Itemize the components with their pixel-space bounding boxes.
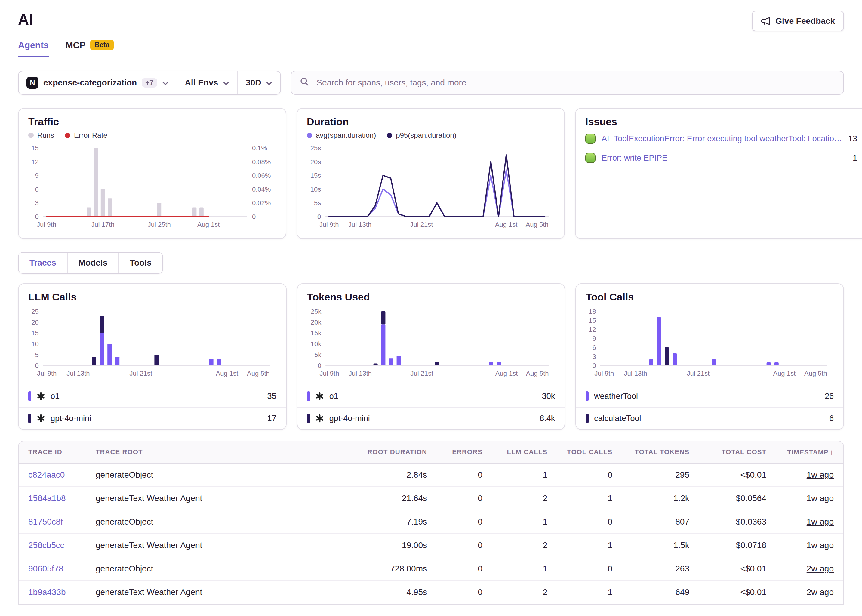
subtab-traces[interactable]: Traces [19, 253, 67, 273]
legend-item-error-rate[interactable]: Error Rate [65, 131, 107, 140]
svg-text:25: 25 [31, 308, 39, 315]
table-row[interactable]: 81750c8f generateObject 7.19s 0 1 0 807 … [19, 510, 843, 534]
trace-id-link[interactable]: 1584a1b8 [28, 493, 66, 503]
timestamp[interactable]: 1w ago [807, 470, 834, 479]
llm-calls: 2 [492, 580, 557, 604]
trace-id-link[interactable]: 1b9a433b [28, 588, 66, 597]
list-item[interactable]: gpt-4o-mini 8.4k [297, 407, 565, 429]
llm-calls-card: LLM Calls 0510152025Jul 9thJul 13thJul 2… [18, 283, 287, 430]
timestamp[interactable]: 2w ago [807, 588, 834, 597]
list-item[interactable]: o1 30k [297, 385, 565, 407]
topbar: AI Give Feedback [18, 0, 844, 31]
legend-item-runs[interactable]: Runs [28, 131, 54, 140]
col-trace-root[interactable]: TRACE ROOT [86, 441, 347, 463]
card-title: Duration [307, 116, 554, 127]
traffic-chart[interactable]: 0369121500.02%0.04%0.06%0.08%0.1%Jul 9th… [28, 143, 276, 231]
duration-chart[interactable]: 05s10s15s20s25sJul 9thJul 13thJul 21stAu… [307, 143, 554, 231]
col-total-cost[interactable]: TOTAL COST [699, 441, 776, 463]
svg-text:Aug 1st: Aug 1st [773, 370, 796, 377]
table-row[interactable]: 258cb5cc generateText Weather Agent 19.0… [19, 534, 843, 557]
svg-text:3: 3 [592, 353, 596, 360]
issue-row[interactable]: Error: write EPIPE 1 [585, 153, 857, 163]
timestamp[interactable]: 2w ago [807, 564, 834, 573]
environment-selector[interactable]: All Envs [177, 71, 237, 94]
total-tokens: 1.2k [622, 487, 699, 510]
list-item[interactable]: weatherTool 26 [576, 385, 843, 407]
tool-calls: 0 [557, 510, 622, 534]
search-icon [300, 77, 309, 89]
col-root-duration[interactable]: ROOT DURATION [347, 441, 437, 463]
svg-text:10k: 10k [310, 340, 321, 348]
svg-text:5s: 5s [314, 199, 321, 207]
col-tool-calls[interactable]: TOOL CALLS [557, 441, 622, 463]
svg-text:Aug 5th: Aug 5th [526, 221, 549, 228]
list-item[interactable]: gpt-4o-mini 17 [19, 407, 286, 429]
search-input[interactable] [315, 77, 835, 88]
trace-id-link[interactable]: 90605f78 [28, 564, 63, 573]
total-tokens: 295 [622, 463, 699, 487]
errors: 0 [437, 487, 492, 510]
trace-id-link[interactable]: 81750c8f [28, 517, 63, 526]
svg-text:5k: 5k [314, 351, 322, 358]
svg-text:Aug 5th: Aug 5th [804, 370, 827, 377]
svg-text:Aug 1st: Aug 1st [216, 370, 238, 377]
legend-dot [65, 133, 71, 138]
trace-id-link[interactable]: c824aac0 [28, 470, 65, 479]
col-total-tokens[interactable]: TOTAL TOKENS [622, 441, 699, 463]
subtab-tools[interactable]: Tools [118, 253, 162, 273]
svg-text:Jul 13th: Jul 13th [66, 370, 89, 377]
subtab-models[interactable]: Models [67, 253, 118, 273]
issue-level-icon [585, 153, 595, 163]
tab-mcp[interactable]: MCP Beta [66, 40, 114, 57]
issue-link[interactable]: AI_ToolExecutionError: Error executing t… [601, 134, 842, 143]
errors: 0 [437, 463, 492, 487]
timestamp[interactable]: 1w ago [807, 541, 834, 550]
svg-text:Jul 9th: Jul 9th [37, 221, 56, 228]
issue-count: 13 [848, 134, 857, 143]
legend-item-avg[interactable]: avg(span.duration) [307, 131, 376, 140]
table-row[interactable]: 90605f78 generateObject 728.00ms 0 1 0 2… [19, 557, 843, 580]
issues-list: AI_ToolExecutionError: Error executing t… [585, 134, 857, 163]
timestamp[interactable]: 1w ago [807, 517, 834, 526]
llm-calls-chart[interactable]: 0510152025Jul 9thJul 13thJul 21stAug 1st… [28, 306, 276, 380]
col-llm-calls[interactable]: LLM CALLS [492, 441, 557, 463]
tool-calls-chart[interactable]: 0369121518Jul 9thJul 13thJul 21stAug 1st… [586, 306, 834, 380]
timestamp[interactable]: 1w ago [807, 493, 834, 503]
col-trace-id[interactable]: TRACE ID [19, 441, 86, 463]
legend-dot [307, 133, 312, 138]
project-selector[interactable]: N expense-categorization +7 [19, 71, 177, 94]
table-row[interactable]: 1b9a433b generateText Weather Agent 4.95… [19, 580, 843, 604]
table-row[interactable]: c824aac0 generateObject 2.84s 0 1 0 295 … [19, 463, 843, 487]
model-name: gpt-4o-mini [50, 414, 91, 423]
card-title: Issues [585, 116, 857, 127]
col-errors[interactable]: ERRORS [437, 441, 492, 463]
model-legend-list: o1 35 gpt-4o-mini 17 [19, 385, 286, 429]
tab-agents[interactable]: Agents [18, 40, 49, 57]
svg-text:12: 12 [589, 326, 596, 333]
issue-row[interactable]: AI_ToolExecutionError: Error executing t… [585, 134, 857, 144]
list-item[interactable]: calculateTool 6 [576, 407, 843, 429]
svg-text:15: 15 [589, 317, 596, 324]
legend-item-p95[interactable]: p95(span.duration) [387, 131, 456, 140]
errors: 0 [437, 510, 492, 534]
col-timestamp[interactable]: TIMESTAMP↓ [776, 441, 843, 463]
total-tokens: 1.5k [622, 534, 699, 557]
llm-calls: 2 [492, 487, 557, 510]
tool-name: weatherTool [594, 391, 638, 401]
date-range-selector[interactable]: 30D [237, 71, 280, 94]
total-tokens: 263 [622, 557, 699, 580]
svg-text:Aug 1st: Aug 1st [197, 221, 220, 228]
model-name: gpt-4o-mini [329, 414, 370, 423]
tool-calls: 1 [557, 487, 622, 510]
trace-root: generateText Weather Agent [86, 580, 347, 604]
tool-calls: 0 [557, 557, 622, 580]
issue-level-icon [585, 134, 595, 144]
table-row[interactable]: 1584a1b8 generateText Weather Agent 21.6… [19, 487, 843, 510]
openai-icon [37, 392, 45, 400]
svg-text:12: 12 [31, 158, 39, 166]
tokens-used-chart[interactable]: 05k10k15k20k25kJul 9thJul 13thJul 21stAu… [307, 306, 555, 380]
list-item[interactable]: o1 35 [19, 385, 286, 407]
issue-link[interactable]: Error: write EPIPE [601, 153, 847, 163]
trace-id-link[interactable]: 258cb5cc [28, 541, 64, 550]
give-feedback-button[interactable]: Give Feedback [752, 11, 844, 31]
